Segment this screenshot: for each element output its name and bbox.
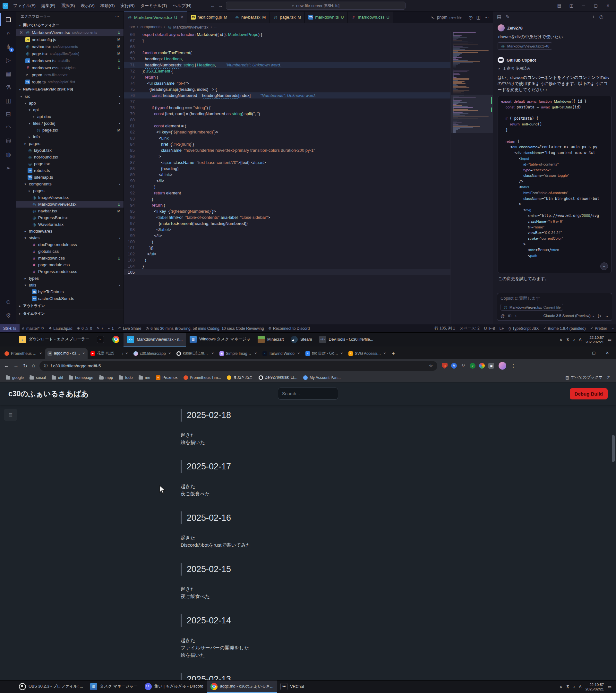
extension-M-icon[interactable]: M: [451, 363, 457, 369]
menu-item[interactable]: 移動(G): [98, 2, 118, 10]
close-icon[interactable]: ✕: [212, 352, 214, 355]
tree-item-markdown.css[interactable]: #markdown.cssU: [16, 255, 123, 261]
close-icon[interactable]: ✕: [82, 352, 85, 355]
bookmark-item[interactable]: todo: [116, 374, 135, 381]
indentation-status[interactable]: スペース: 2: [458, 324, 482, 332]
browser-tab[interactable]: Maqqc.md - c30の✕: [45, 348, 87, 359]
tree-item-page.tsx[interactable]: ◎page.tsxM: [16, 127, 123, 134]
activity-globe-icon[interactable]: ◍: [0, 147, 16, 161]
activity-live-share-icon[interactable]: ◠: [0, 121, 16, 134]
tree-item-app[interactable]: ▾app●: [16, 100, 123, 106]
taskbar-app-steam[interactable]: Steam: [287, 333, 315, 346]
taskbar-app-taskmgr[interactable]: ▥Windows タスク マネージャ: [186, 333, 254, 346]
tree-item-navbar.tsx[interactable]: ◎navbar.tsxM: [16, 207, 123, 214]
taskbar-app-chrome[interactable]: [108, 333, 123, 346]
site-title[interactable]: c30のふぁいるさあばあ: [8, 389, 88, 399]
timeline-icon[interactable]: ◷: [469, 15, 473, 20]
activity-account-icon[interactable]: ☺: [0, 295, 16, 309]
taskbar-app-obs[interactable]: OBS 30.2.3 - プロファイル: ...: [15, 680, 87, 693]
used-references[interactable]: ▸1 参照 使用済み: [498, 66, 612, 71]
site-info-icon[interactable]: ⓘ: [44, 363, 48, 369]
open-editor-item[interactable]: ◎page.tsxsrc/app/files/[code]M: [16, 50, 123, 57]
language-mode[interactable]: {}TypeScript JSX: [506, 324, 541, 332]
bookmark-item[interactable]: まねきねこ: [224, 374, 255, 381]
current-file-context-chip[interactable]: ◎ MarkdownViewer.tsx Current file: [500, 304, 563, 311]
close-icon[interactable]: ✕: [39, 352, 42, 355]
more-actions-icon[interactable]: ⋯: [116, 14, 119, 19]
notification-center-icon[interactable]: ▭: [608, 337, 612, 342]
browser-tab[interactable]: ≈Tailwind Windo✕: [260, 348, 302, 359]
tree-item-pages[interactable]: ▸pages: [16, 187, 123, 194]
activity-search-icon[interactable]: ⌕: [0, 26, 16, 40]
maximize-icon[interactable]: ▢: [590, 3, 601, 8]
taskbar-clock[interactable]: 22:10:572025/02/21: [585, 335, 604, 344]
activity-explorer-icon[interactable]: ❏: [0, 13, 16, 26]
bookmark-item[interactable]: me: [136, 374, 153, 381]
toggle-panel-icon[interactable]: ▤: [554, 3, 565, 8]
breadcrumb-item[interactable]: ◎ MarkdownViewer.tsx: [167, 25, 208, 29]
tree-item-globals.css[interactable]: #globals.css: [16, 248, 123, 255]
network-icon[interactable]: ⊼: [566, 684, 569, 689]
send-options-chevron-icon[interactable]: ⌄: [605, 313, 609, 318]
tree-item-ProgressBar.tsx[interactable]: ◎ProgressBar.tsx: [16, 214, 123, 221]
browser-tab[interactable]: ≡toc 目次 - Googl✕: [303, 348, 345, 359]
encoding-status[interactable]: UTF-8: [482, 324, 497, 332]
activity-run-debug-icon[interactable]: ▷: [0, 53, 16, 67]
taskbar-app-vrchat[interactable]: VRVRChat: [277, 680, 308, 693]
ime-indicator[interactable]: A: [579, 338, 581, 342]
tree-item-components[interactable]: ▾components●: [16, 181, 123, 187]
tray-expand-icon[interactable]: ∧: [559, 337, 562, 342]
open-editor-item[interactable]: TSroute.tssrc/app/api/v1/list: [16, 78, 123, 85]
extension-6°-icon[interactable]: 6°: [460, 363, 466, 369]
taskbar-app-terminal[interactable]: >_: [93, 333, 108, 346]
open-editor-item[interactable]: JSnext.config.jsM: [16, 36, 123, 43]
volume-icon[interactable]: ♪: [573, 685, 575, 689]
tree-item-docPage.module.css[interactable]: #docPage.module.css: [16, 241, 123, 248]
close-icon[interactable]: ✕: [254, 352, 257, 355]
tree-item-styles[interactable]: ▾styles●: [16, 235, 123, 241]
activity-send-icon[interactable]: ➢: [0, 161, 16, 175]
tree-item-Waveform.tsx[interactable]: ◎Waveform.tsx: [16, 221, 123, 228]
close-icon[interactable]: ✕: [340, 352, 343, 355]
cursor-position[interactable]: 行 105, 列 1: [433, 324, 458, 332]
problems-status[interactable]: ⊗0⚠0: [75, 324, 94, 332]
send-icon[interactable]: ▷: [598, 313, 601, 318]
code-editor[interactable]: 66export default async function Markdown…: [124, 31, 451, 324]
tree-item-layout.tsx[interactable]: ◎layout.tsx: [16, 147, 123, 154]
tree-item-page.module.css[interactable]: #page.module.css: [16, 261, 123, 268]
history-back-icon[interactable]: ←: [211, 3, 215, 8]
forward-icon[interactable]: →: [14, 363, 19, 369]
tree-item-page.tsx[interactable]: ◎page.tsx: [16, 160, 123, 167]
bookmark-item[interactable]: Zel9278/kusa: 日...: [256, 374, 300, 381]
breadcrumb-item[interactable]: components: [141, 25, 161, 29]
activity-remote-explorer-icon[interactable]: ◫: [0, 94, 16, 107]
menu-item[interactable]: ヘルプ(H): [170, 2, 194, 10]
eol-status[interactable]: LF: [497, 324, 506, 332]
file-reference-chip[interactable]: ◎ MarkdownViewer.tsx:1-48: [498, 42, 552, 50]
timeline-section-header[interactable]: ▸タイムライン: [16, 310, 123, 317]
taskbar-app-discord[interactable]: 集い | もぎゅぎゅ - Discord: [141, 680, 207, 693]
breadcrumb[interactable]: src›components›◎ MarkdownViewer.tsx›...: [124, 23, 493, 31]
activity-containers-icon[interactable]: ⊟: [0, 107, 16, 121]
bookmark-item[interactable]: google: [3, 374, 26, 381]
terminal-editor-tab[interactable]: >_ pnpm new-file: [427, 12, 464, 23]
maximize-icon[interactable]: ▢: [587, 348, 601, 358]
chat-icon[interactable]: ▤: [497, 14, 501, 19]
bookmark-item[interactable]: mpp: [97, 374, 116, 381]
layout-icon[interactable]: ◫: [566, 3, 577, 8]
tree-item-api[interactable]: ▾api: [16, 106, 123, 113]
ime-indicator[interactable]: A: [579, 685, 581, 689]
bookmark-item[interactable]: social: [27, 374, 48, 381]
tray-expand-icon[interactable]: ∧: [559, 684, 562, 689]
add-context-icon[interactable]: @: [500, 314, 505, 318]
taskbar-clock[interactable]: 22:10:572025/02/21: [585, 682, 604, 691]
remote-indicator[interactable]: SSH: fs: [0, 324, 20, 332]
close-icon[interactable]: ✕: [180, 15, 183, 20]
menu-item[interactable]: 編集(E): [39, 2, 58, 10]
tree-item-types[interactable]: ▸types: [16, 275, 123, 282]
activity-testing-icon[interactable]: ⚗: [0, 80, 16, 94]
ports-status[interactable]: ⌁1: [105, 324, 116, 332]
tree-item-files / [code][interactable]: ▾files / [code]●: [16, 120, 123, 127]
open-editor-item[interactable]: >_pnpmnew-file-server: [16, 71, 123, 78]
entry-date-heading[interactable]: 2025-02-15: [181, 563, 231, 576]
